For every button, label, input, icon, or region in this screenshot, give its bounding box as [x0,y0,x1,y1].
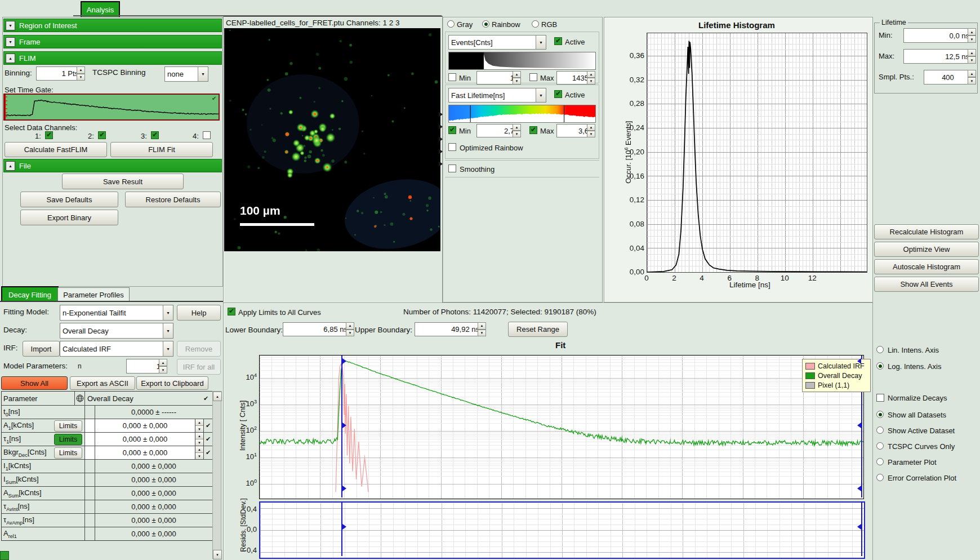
channel-1-checkbox[interactable] [45,131,53,139]
splitter-arrow-icon[interactable] [439,136,443,142]
cursor-handle-icon[interactable] [342,524,346,530]
smoothing-checkbox[interactable] [448,165,456,172]
dropdown-arrow-icon[interactable]: ▼ [163,305,173,320]
lifetime-min-input[interactable]: 2,7 [476,124,517,137]
param-value-cell[interactable]: 0,000 ± 0,000 [95,446,195,459]
channel-2-checkbox[interactable] [98,131,106,139]
limits-button[interactable]: Limits [54,420,82,432]
tab-decay-fitting[interactable]: Decay Fitting [1,286,59,302]
apply-limits-checkbox[interactable] [228,308,235,315]
option-log-intens-axis[interactable] [876,362,884,370]
scroll-down-button[interactable]: ▼ [213,550,222,559]
optimized-rainbow-checkbox[interactable] [448,143,456,151]
intensity-max-checkbox[interactable] [529,73,537,81]
lifetime-max-checkbox[interactable] [529,126,537,134]
lifetime-max-range-input[interactable]: 12,5 ns [903,49,972,64]
fit-plot-canvas[interactable] [259,355,864,499]
export-binary-button[interactable]: Export Binary [20,210,118,225]
section-file[interactable]: ▲ File [3,159,222,172]
cursor-handle-icon[interactable] [342,358,346,364]
export-clipboard-button[interactable]: Export to Clipboard [136,376,208,390]
scroll-up-button[interactable]: ▲ [213,392,222,401]
irf-dropdown[interactable]: Calculated IRF ▼ [60,341,173,357]
section-frame[interactable]: ▼ Frame [3,35,222,48]
mode-radio-rainbow[interactable] [482,20,489,28]
optimize-view-button[interactable]: Optimize View [874,242,979,257]
irf-import-button[interactable]: Import [23,341,60,357]
section-region-of-interest[interactable]: ▼ Region of Interest [3,19,222,32]
lifetime-min-checkbox[interactable] [448,126,456,134]
mode-radio-gray[interactable] [447,20,455,28]
lifetime-max-input[interactable]: 3,6 [556,124,591,137]
save-result-button[interactable]: Save Result [62,174,184,189]
intensity-min-input[interactable]: 1 [476,71,517,85]
tcspc-binning-dropdown[interactable]: none ▼ [164,66,208,82]
lower-boundary-spinner[interactable]: ▲▼ [346,322,354,336]
mode-radio-rgb[interactable] [532,20,539,28]
dropdown-arrow-icon[interactable]: ▼ [536,35,546,49]
upper-boundary-input[interactable]: 49,92 ns [415,322,482,336]
cursor-handle-icon[interactable] [342,423,346,428]
help-button[interactable]: Help [177,305,221,321]
lifetime-max-range-spinner[interactable]: ▲▼ [968,49,976,64]
residuals-canvas[interactable] [259,501,865,559]
cursor-handle-icon[interactable] [857,524,861,530]
param-spinner[interactable]: ▲▼ [195,419,203,432]
lower-boundary-input[interactable]: 6,85 ns [283,322,350,336]
option-show-active-dataset[interactable] [876,426,884,434]
upper-boundary-spinner[interactable]: ▲▼ [478,322,486,336]
fitting-model-dropdown[interactable]: n-Exponential Tailfit ▼ [60,305,173,321]
cursor-handle-icon[interactable] [857,358,861,364]
option-lin-intens-axis[interactable] [876,346,884,353]
splitter-arrow-icon[interactable] [439,149,443,154]
lifetime-min-range-spinner[interactable]: ▲▼ [968,28,976,43]
option-parameter-plot[interactable] [876,458,884,465]
splitter-arrow-icon[interactable] [439,112,443,117]
intensity-min-spinner[interactable]: ▲▼ [513,71,521,85]
option-normalize-decays[interactable] [876,394,884,402]
cursor-handle-icon[interactable] [857,486,861,491]
limits-button[interactable]: Limits [54,447,82,459]
sample-points-input[interactable]: 400 [924,70,972,85]
limits-button[interactable]: Limits [54,434,82,445]
collapse-icon[interactable]: ▲ [6,54,15,63]
collapse-icon[interactable]: ▼ [6,21,15,30]
lifetime-min-spinner[interactable]: ▲▼ [513,124,521,137]
save-defaults-button[interactable]: Save Defaults [20,192,118,207]
globe-icon[interactable] [75,392,85,405]
irf-remove-button[interactable]: Remove [177,341,221,357]
lifetime-histogram-canvas[interactable] [647,33,867,273]
fit-check-glyph[interactable]: ✔ [203,419,212,432]
cursor-handle-icon[interactable] [342,486,346,491]
tab-parameter-profiles[interactable]: Parameter Profiles [57,287,130,301]
sample-points-spinner[interactable]: ▲▼ [968,70,976,85]
n-input[interactable]: 1 [126,359,163,374]
restore-defaults-button[interactable]: Restore Defaults [125,192,221,207]
option-show-all-datasets[interactable] [876,411,884,418]
fit-check-glyph[interactable]: ✔ [203,446,212,459]
intensity-channel-dropdown[interactable]: Events[Cnts] ▼ [448,35,546,50]
show-all-events-button[interactable]: Show All Events [874,277,979,292]
collapse-icon[interactable]: ▼ [6,37,15,47]
intensity-min-checkbox[interactable] [448,73,456,81]
fit-check-glyph[interactable]: ✔ [203,433,212,446]
param-spinner[interactable]: ▲▼ [195,433,203,446]
lifetime-channel-dropdown[interactable]: Fast Lifetime[ns] ▼ [448,88,546,103]
flim-image-canvas[interactable] [224,28,440,251]
calculate-fastflim-button[interactable]: Calculate FastFLIM [5,142,107,157]
dropdown-arrow-icon[interactable]: ▼ [536,88,546,102]
section-flim[interactable]: ▲ FLIM [3,51,222,65]
param-value-cell[interactable]: 0,000 ± 0,000 [95,433,195,446]
decay-dropdown[interactable]: Overall Decay ▼ [60,323,173,339]
table-scrollbar[interactable]: ▲ ▼ [212,391,221,559]
lifetime-max-spinner[interactable]: ▲▼ [587,124,595,137]
param-spinner[interactable]: ▲▼ [195,446,203,459]
time-gate-canvas[interactable] [5,95,219,119]
channel-4-checkbox[interactable] [203,131,211,139]
tab-analysis[interactable]: Analysis [81,1,120,17]
cursor-handle-icon[interactable] [857,423,861,428]
intensity-histogram-strip[interactable] [448,52,596,70]
autoscale-histogram-button[interactable]: Autoscale Histogram [874,259,979,274]
lifetime-min-range-input[interactable]: 0,0 ns [903,28,972,43]
dropdown-arrow-icon[interactable]: ▼ [198,67,208,81]
